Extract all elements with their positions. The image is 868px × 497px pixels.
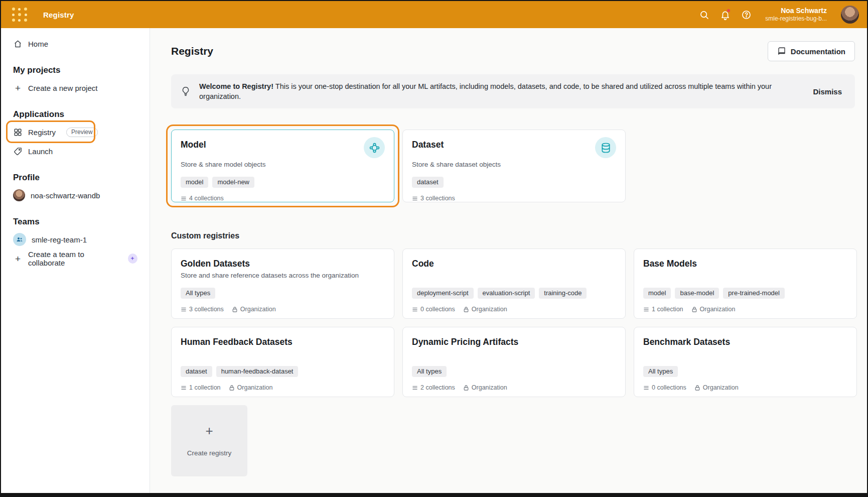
lock-icon (691, 306, 697, 313)
meta-row: 1 collectionOrganization (643, 306, 847, 313)
main-content: Registry Documentation Welcome to Regist… (150, 28, 867, 493)
tag-base-model: base-model (675, 288, 719, 299)
dismiss-button[interactable]: Dismiss (813, 87, 842, 96)
collections-count: 0 collections (412, 306, 455, 313)
user-menu[interactable]: Noa Schwartz smle-registries-bug-b... (765, 7, 827, 23)
plus-icon: + (13, 254, 23, 264)
collections-icon (643, 385, 649, 391)
sidebar-item-create-team[interactable]: + Create a team to collaborate (1, 249, 150, 268)
tag-dataset: dataset (412, 177, 444, 188)
sidebar-item-launch[interactable]: Launch (1, 142, 150, 161)
tag-all-types: All types (181, 288, 215, 299)
team-avatar-icon (13, 233, 26, 246)
sidebar: Home My projects + Create a new project … (1, 28, 150, 493)
collections-count: 2 collections (412, 384, 455, 391)
meta-row: 0 collectionsOrganization (643, 384, 847, 391)
meta-row: 3 collections (412, 195, 616, 202)
teams-feature-badge-icon (128, 254, 137, 264)
sidebar-item-create-project[interactable]: + Create a new project (1, 78, 150, 97)
tag-training-code: training-code (539, 288, 587, 299)
collections-icon (412, 195, 418, 202)
card-description: Store & share model objects (181, 161, 385, 170)
sidebar-item-home[interactable]: Home (1, 34, 150, 53)
card-title: Golden Datasets (181, 257, 250, 269)
card-description (412, 350, 616, 359)
sidebar-item-registry[interactable]: Registry Preview (1, 122, 150, 142)
registry-card-code[interactable]: Codedeployment-scriptevaluation-scripttr… (402, 248, 626, 319)
tag-row: modelmodel-new (181, 177, 385, 188)
meta-row: 0 collectionsOrganization (412, 306, 616, 313)
meta-row: 4 collections (181, 195, 385, 202)
plus-icon: + (13, 83, 23, 93)
card-title: Code (412, 257, 434, 269)
tag-all-types: All types (643, 366, 678, 377)
sidebar-item-team[interactable]: smle-reg-team-1 (1, 230, 150, 249)
wandb-logo-icon[interactable] (11, 7, 28, 22)
sidebar-item-label: Home (28, 40, 48, 48)
registry-grid-icon (13, 128, 23, 137)
sidebar-item-label: Create a team to collaborate (28, 250, 118, 267)
lock-icon (232, 306, 238, 313)
topbar-actions: Noa Schwartz smle-registries-bug-b... (698, 6, 859, 24)
tag-model-new: model-new (212, 177, 254, 188)
sidebar-item-label: Registry (28, 128, 56, 137)
registry-card-dynamic-pricing-artifacts[interactable]: Dynamic Pricing ArtifactsAll types2 coll… (402, 327, 626, 397)
card-description (181, 350, 385, 359)
tag-row: datasethuman-feedback-dataset (181, 366, 385, 377)
home-icon (13, 39, 23, 49)
registry-card-dataset[interactable]: DatasetStore & share dataset objectsdata… (402, 130, 626, 202)
topbar: Registry Noa Schwartz smle-registries-bu… (1, 1, 867, 28)
collections-count: 1 collection (181, 384, 221, 391)
sidebar-heading-applications: Applications (1, 109, 150, 119)
documentation-button[interactable]: Documentation (768, 41, 855, 61)
registry-card-human-feedback-datasets[interactable]: Human Feedback Datasetsdatasethuman-feed… (171, 327, 394, 397)
collections-icon (181, 195, 187, 202)
tag-row: deployment-scriptevaluation-scripttraini… (412, 288, 616, 299)
notifications-bell-icon[interactable] (719, 9, 731, 21)
lock-icon (229, 385, 235, 391)
create-registry-button[interactable]: + Create registry (171, 405, 247, 476)
tag-row: modelbase-modelpre-trained-model (643, 288, 847, 299)
collections-icon (181, 385, 187, 391)
book-icon (777, 47, 786, 56)
collections-count: 4 collections (181, 195, 224, 202)
collections-count: 3 collections (412, 195, 455, 202)
registry-card-base-models[interactable]: Base Modelsmodelbase-modelpre-trained-mo… (634, 248, 857, 319)
meta-row: 3 collectionsOrganization (181, 306, 385, 313)
sidebar-heading-teams: Teams (1, 217, 150, 227)
profile-avatar (13, 189, 25, 201)
lightbulb-icon (180, 86, 191, 97)
tag-dataset: dataset (181, 366, 212, 377)
registry-card-model[interactable]: ModelStore & share model objectsmodelmod… (171, 130, 394, 202)
registry-card-golden-datasets[interactable]: Golden DatasetsStore and share reference… (171, 248, 394, 319)
search-icon[interactable] (698, 9, 710, 21)
tag-evaluation-script: evaluation-script (478, 288, 535, 299)
user-avatar[interactable] (841, 6, 859, 24)
collections-icon (412, 306, 418, 313)
card-description: Store & share dataset objects (412, 161, 616, 170)
registry-card-benchmark-datasets[interactable]: Benchmark DatasetsAll types0 collections… (634, 327, 857, 397)
visibility-organization: Organization (463, 384, 507, 391)
tag-model: model (643, 288, 671, 299)
meta-row: 1 collectionOrganization (181, 384, 385, 391)
help-icon[interactable] (740, 9, 752, 21)
user-name: Noa Schwartz (765, 7, 827, 16)
preview-badge: Preview (66, 128, 98, 137)
tag-row: dataset (412, 177, 616, 188)
card-title: Human Feedback Datasets (181, 335, 293, 347)
card-description: Store and share reference datasets acros… (181, 272, 385, 281)
collections-icon (181, 306, 187, 313)
sidebar-item-label: Launch (28, 147, 53, 156)
collections-icon (643, 306, 649, 313)
card-title: Base Models (643, 257, 697, 269)
topbar-app-title: Registry (43, 11, 74, 19)
banner-title: Welcome to Registry! (199, 82, 273, 90)
welcome-banner: Welcome to Registry! This is your one-st… (171, 74, 855, 108)
sidebar-item-profile[interactable]: noa-schwartz-wandb (1, 186, 150, 205)
plus-icon: + (205, 425, 213, 436)
collections-count: 1 collection (643, 306, 683, 313)
collections-count: 0 collections (643, 384, 686, 391)
card-title: Dynamic Pricing Artifacts (412, 335, 518, 347)
tag-deployment-script: deployment-script (412, 288, 474, 299)
visibility-organization: Organization (232, 306, 276, 313)
